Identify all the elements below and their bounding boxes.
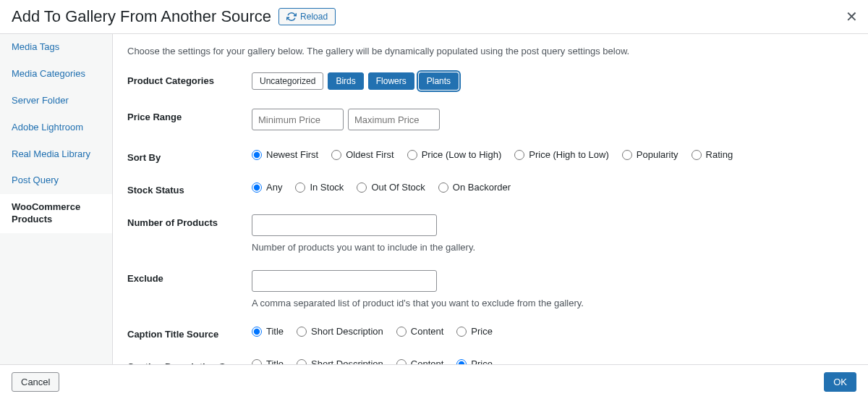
- sidebar-item-woocommerce-products[interactable]: WooCommerce Products: [0, 194, 112, 233]
- label-product-categories: Product Categories: [127, 72, 252, 86]
- radio-title-short-description[interactable]: Short Description: [297, 326, 383, 337]
- intro-text: Choose the settings for your gallery bel…: [127, 46, 854, 56]
- radio-in-stock[interactable]: In Stock: [295, 182, 344, 193]
- cancel-button[interactable]: Cancel: [12, 372, 59, 392]
- sidebar-item-server-folder[interactable]: Server Folder: [0, 88, 112, 114]
- radios-stock-status: Any In Stock Out Of Stock On Backorder: [252, 182, 854, 193]
- help-number-of-products: Number of products you want to include i…: [252, 242, 854, 253]
- max-price-input[interactable]: [348, 109, 440, 130]
- row-stock-status: Stock Status Any In Stock Out Of Stock O…: [127, 182, 854, 196]
- radios-caption-description-source: Title Short Description Content Price: [252, 358, 854, 364]
- modal-title: Add To Gallery From Another Source: [12, 7, 271, 26]
- sidebar-item-adobe-lightroom[interactable]: Adobe Lightroom: [0, 114, 112, 141]
- radio-price-low-high[interactable]: Price (Low to High): [407, 149, 502, 160]
- sidebar-item-real-media-library[interactable]: Real Media Library: [0, 141, 112, 168]
- price-range-fields: [252, 109, 854, 130]
- row-price-range: Price Range: [127, 109, 854, 130]
- radio-oldest-first[interactable]: Oldest First: [331, 149, 393, 160]
- chips-product-categories: Uncategorized Birds Flowers Plants: [252, 72, 854, 90]
- sidebar-item-media-categories[interactable]: Media Categories: [0, 61, 112, 88]
- reload-label: Reload: [300, 12, 328, 22]
- radio-title-price[interactable]: Price: [456, 326, 493, 337]
- min-price-input[interactable]: [252, 109, 344, 130]
- modal-footer: Cancel OK: [0, 364, 868, 399]
- radio-desc-short-description[interactable]: Short Description: [297, 358, 383, 364]
- radio-title-title[interactable]: Title: [252, 326, 284, 337]
- sidebar-item-post-query[interactable]: Post Query: [0, 167, 112, 194]
- chip-flowers[interactable]: Flowers: [368, 72, 414, 90]
- modal-dialog: Add To Gallery From Another Source Reloa…: [0, 0, 868, 399]
- radio-on-backorder[interactable]: On Backorder: [438, 182, 511, 193]
- chip-birds[interactable]: Birds: [328, 72, 363, 90]
- radios-caption-title-source: Title Short Description Content Price: [252, 326, 854, 337]
- label-stock-status: Stock Status: [127, 182, 252, 196]
- sidebar-item-media-tags[interactable]: Media Tags: [0, 34, 112, 61]
- label-exclude: Exclude: [127, 270, 252, 284]
- radio-desc-content[interactable]: Content: [396, 358, 444, 364]
- reload-button[interactable]: Reload: [278, 8, 336, 25]
- help-exclude: A comma separated list of product id's t…: [252, 298, 854, 308]
- close-button[interactable]: ✕: [846, 9, 858, 24]
- radio-title-content[interactable]: Content: [396, 326, 444, 337]
- radio-popularity[interactable]: Popularity: [622, 149, 678, 160]
- content-panel: Choose the settings for your gallery bel…: [113, 34, 868, 364]
- sidebar: Media Tags Media Categories Server Folde…: [0, 34, 113, 364]
- row-sort-by: Sort By Newest First Oldest First Price …: [127, 149, 854, 163]
- ok-button[interactable]: OK: [824, 372, 856, 392]
- chip-plants[interactable]: Plants: [419, 72, 459, 90]
- reload-icon: [286, 12, 297, 22]
- exclude-input[interactable]: [252, 270, 437, 292]
- radio-price-high-low[interactable]: Price (High to Low): [514, 149, 609, 160]
- radio-newest-first[interactable]: Newest First: [252, 149, 318, 160]
- field-exclude: A comma separated list of product id's t…: [252, 270, 854, 308]
- field-number-of-products: Number of products you want to include i…: [252, 214, 854, 253]
- row-caption-title-source: Caption Title Source Title Short Descrip…: [127, 326, 854, 340]
- radio-rating[interactable]: Rating: [692, 149, 733, 160]
- radio-out-of-stock[interactable]: Out Of Stock: [357, 182, 425, 193]
- radio-desc-title[interactable]: Title: [252, 358, 284, 364]
- radio-desc-price[interactable]: Price: [456, 358, 493, 364]
- row-product-categories: Product Categories Uncategorized Birds F…: [127, 72, 854, 90]
- row-exclude: Exclude A comma separated list of produc…: [127, 270, 854, 308]
- label-price-range: Price Range: [127, 109, 252, 122]
- modal-body: Media Tags Media Categories Server Folde…: [0, 34, 868, 364]
- radios-sort-by: Newest First Oldest First Price (Low to …: [252, 149, 854, 160]
- chip-uncategorized[interactable]: Uncategorized: [252, 72, 323, 90]
- number-of-products-input[interactable]: [252, 214, 437, 236]
- label-sort-by: Sort By: [127, 149, 252, 163]
- close-icon: ✕: [846, 9, 858, 25]
- row-number-of-products: Number of Products Number of products yo…: [127, 214, 854, 253]
- label-caption-title-source: Caption Title Source: [127, 326, 252, 340]
- modal-header: Add To Gallery From Another Source Reloa…: [0, 0, 868, 34]
- row-caption-description-source: Caption Description Source Title Short D…: [127, 358, 854, 364]
- label-number-of-products: Number of Products: [127, 214, 252, 228]
- radio-any[interactable]: Any: [252, 182, 282, 193]
- label-caption-description-source: Caption Description Source: [127, 358, 252, 364]
